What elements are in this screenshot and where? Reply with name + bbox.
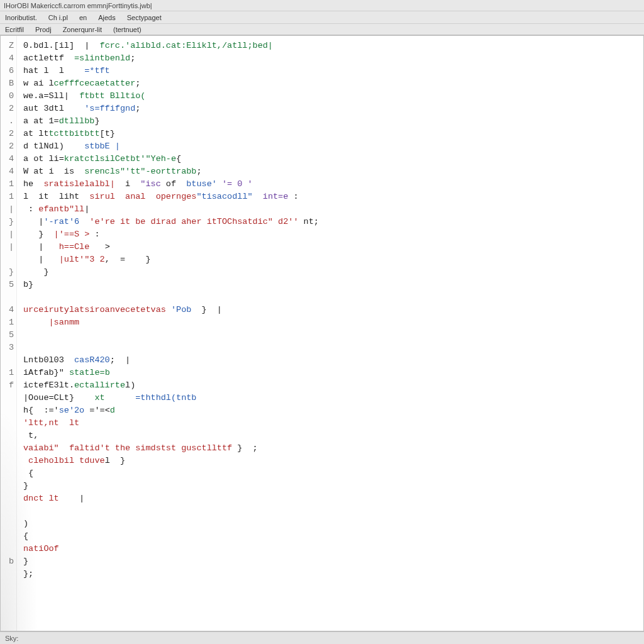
tool-bar: Ecritfil Prodj Zonerqunr-lit (tertnuet) [0, 24, 644, 35]
tool-item-1[interactable]: Prodj [35, 26, 52, 33]
gutter-line [1, 543, 16, 555]
code-line[interactable]: } [23, 555, 638, 568]
code-token: vaiabi" [23, 443, 59, 453]
gutter-line: 0 [1, 90, 16, 103]
code-line[interactable]: | h==Cle > [23, 241, 638, 253]
code-line[interactable]: |'-rat'6 'e're it be dirad aher itTOChsa… [23, 216, 638, 228]
code-line[interactable]: { [23, 467, 638, 480]
gutter-line: 6 [1, 65, 16, 77]
code-token: > [89, 242, 109, 252]
code-line[interactable]: |Ooue=CLt} xt =ththdl(tntb [23, 392, 638, 404]
code-line[interactable]: 0.bdl.[il] | fcrc.'alibld.cat:Eliklt,/at… [23, 40, 638, 52]
code-token: { [23, 531, 28, 541]
code-line[interactable]: actlettf =slintbenld; [23, 52, 638, 65]
code-line[interactable]: t, [23, 430, 638, 442]
gutter-line: 3 [1, 341, 16, 354]
gutter-line [1, 455, 16, 467]
code-token: { [23, 469, 33, 478]
code-line[interactable]: ictefE3lt.ectallirtel) [23, 379, 638, 392]
code-line[interactable]: we.a=Sll| ftbtt Blltio( [23, 90, 638, 103]
gutter-line: } [1, 216, 16, 228]
gutter-line: 2 [1, 128, 16, 140]
tool-item-2[interactable]: Zonerqunr-lit [63, 26, 102, 33]
code-line[interactable]: hat l l =*tft [23, 65, 638, 77]
code-line[interactable]: l it liht sirul anal opernges"tisacodll"… [23, 191, 638, 203]
code-line[interactable]: } |'==S > : [23, 228, 638, 241]
code-token: W at i is [23, 167, 84, 176]
code-line[interactable]: he sratislelalbl| i "isc of btuse' '= 0 … [23, 178, 638, 191]
title-bar: IHorOBI Makericcfi.carrom emmnjForttinyt… [0, 0, 644, 11]
tool-item-0[interactable]: Ecritfil [5, 26, 24, 33]
code-line[interactable]: natiOof [23, 543, 638, 555]
code-line[interactable]: Lntb0l03 casR420; | [23, 354, 638, 367]
code-line[interactable]: w ai lcefffcecaetatter; [23, 77, 638, 90]
code-line[interactable]: }; [23, 568, 638, 580]
code-token: 's=ffifgnd [84, 104, 135, 113]
code-line[interactable]: dnct lt | [23, 492, 638, 505]
gutter-line [1, 530, 16, 543]
code-line[interactable]: W at i is srencls"'tt"-eorttrabb; [23, 165, 638, 178]
code-line[interactable]: a ot li=kratctlsilCetbt'"Yeh-e{ [23, 153, 638, 165]
code-line[interactable]: } [23, 480, 638, 492]
code-token: |'==S > [54, 230, 90, 239]
code-token: } ; [232, 443, 258, 453]
code-token: h{ :=' [23, 406, 59, 415]
code-line[interactable]: vaiabi" faltid't the simdstst gusctllttf… [23, 442, 638, 455]
code-line[interactable]: aut 3dtl 's=ffifgnd; [23, 103, 638, 115]
code-token: : [288, 192, 298, 201]
gutter-line: 1 [1, 178, 16, 191]
code-token: |sanmm [49, 318, 80, 327]
code-token: ='=< [84, 406, 110, 415]
code-editor[interactable]: Z46B02.224411|}||}541531fb 0.bdl.[il] | … [0, 35, 644, 631]
code-token: [t} [100, 129, 115, 138]
code-line[interactable]: | |ult'"3 2, = } [23, 253, 638, 266]
code-token: , = } [105, 255, 151, 264]
code-token: =slintbenld [74, 53, 130, 63]
code-line[interactable] [23, 341, 638, 354]
code-token: ictefE3lt. [23, 380, 74, 390]
code-line[interactable]: 'ltt,nt lt [23, 417, 638, 430]
code-token: { [176, 154, 181, 164]
menu-item-4[interactable]: Sectypaget [127, 14, 162, 21]
code-line[interactable]: : efantb"ll| [23, 203, 638, 216]
code-line[interactable]: at lttcttbitbtt[t} [23, 128, 638, 140]
code-token: he [23, 179, 43, 189]
code-line[interactable] [23, 291, 638, 304]
gutter-line: | [1, 228, 16, 241]
gutter-line: f [1, 379, 16, 392]
code-line[interactable]: b} [23, 279, 638, 291]
code-line[interactable]: h{ :='se'2o ='=<d [23, 404, 638, 417]
code-token: dnct lt [23, 494, 59, 503]
code-line[interactable]: iAtfab}" statle=b [23, 367, 638, 379]
code-line[interactable] [23, 505, 638, 518]
gutter-line: 4 [1, 304, 16, 316]
code-line[interactable]: ) [23, 518, 638, 530]
menu-item-3[interactable]: Ajeds [98, 14, 116, 21]
code-token: d [110, 406, 115, 415]
code-line[interactable]: d tlNdl) stbbE | [23, 140, 638, 153]
code-line[interactable] [23, 329, 638, 341]
code-token: hat l l [23, 66, 84, 75]
menu-item-1[interactable]: Ch i.pl [48, 14, 68, 21]
code-line[interactable]: { [23, 530, 638, 543]
tool-item-3[interactable]: (tertnuet) [113, 26, 142, 33]
code-line[interactable]: urceirutylatsiroanvecetetvas 'Pob } | [23, 304, 638, 316]
code-token: se'2o [59, 406, 85, 415]
menu-item-2[interactable]: en [79, 14, 87, 21]
code-token: urceirutylatsiroanvecetetvas [23, 305, 171, 314]
gutter-line [1, 518, 16, 530]
code-line[interactable]: cleholbil tduvel } [23, 455, 638, 467]
menu-item-0[interactable]: Inoributist. [5, 14, 37, 21]
code-area[interactable]: 0.bdl.[il] | fcrc.'alibld.cat:Eliklt,/at… [17, 36, 643, 631]
code-line[interactable]: a at 1=dtlllbb} [23, 115, 638, 128]
code-token: w ai l [23, 79, 54, 88]
code-token: } [23, 481, 28, 491]
code-line[interactable]: |sanmm [23, 316, 638, 329]
gutter-line: | [1, 241, 16, 253]
code-token: efantb"ll [38, 204, 84, 214]
gutter-line [1, 291, 16, 304]
status-bar: Sky: [0, 631, 644, 644]
code-token: }; [23, 569, 33, 579]
code-line[interactable]: } [23, 266, 638, 279]
code-token: "tisacodll" [196, 192, 252, 201]
